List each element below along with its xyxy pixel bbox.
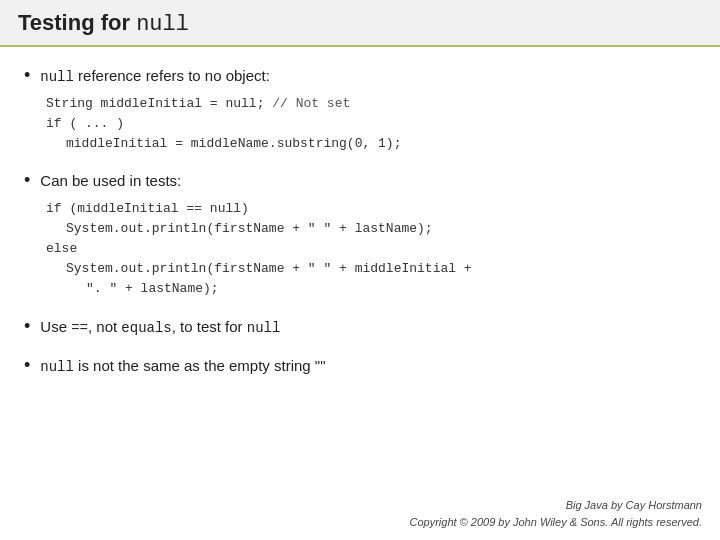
- bullet-text-2: Can be used in tests:: [40, 170, 181, 193]
- bullet-text-4: null is not the same as the empty string…: [40, 355, 325, 378]
- code-line-2-5: ". " + lastName);: [86, 279, 696, 299]
- title-keyword: null: [136, 12, 189, 37]
- bullet-icon-2: •: [24, 170, 30, 191]
- bullet1-text: reference refers to no object:: [74, 67, 270, 84]
- slide-content: • null reference refers to no object: St…: [0, 47, 720, 404]
- code-line-2-1: if (middleInitial == null): [46, 199, 696, 219]
- code-line-2-3: else: [46, 239, 696, 259]
- bullet-icon-4: •: [24, 355, 30, 376]
- bullet3-mono3: null: [247, 320, 281, 336]
- code-line-1-2: if ( ... ): [46, 114, 696, 134]
- bullet-section-2: • Can be used in tests: if (middleInitia…: [24, 170, 696, 299]
- bullet-icon-3: •: [24, 316, 30, 337]
- code-line-1-3: middleInitial = middleName.substring(0, …: [66, 134, 696, 154]
- bullet-section-1: • null reference refers to no object: St…: [24, 65, 696, 154]
- bullet3-mono1: ==: [71, 320, 88, 336]
- code-line-2-4: System.out.println(firstName + " " + mid…: [66, 259, 696, 279]
- bullet-icon-1: •: [24, 65, 30, 86]
- bullet1-mono: null: [40, 69, 74, 85]
- bullet-row-3: • Use ==, not equals, to test for null: [24, 316, 696, 339]
- code-line-2-2: System.out.println(firstName + " " + las…: [66, 219, 696, 239]
- code-block-1: String middleInitial = null; // Not set …: [46, 94, 696, 154]
- bullet3-mono2: equals: [121, 320, 171, 336]
- bullet-section-3: • Use ==, not equals, to test for null: [24, 316, 696, 339]
- slide-footer: Big Java by Cay Horstmann Copyright © 20…: [409, 497, 702, 530]
- footer-line1: Big Java by Cay Horstmann: [409, 497, 702, 514]
- slide-header: Testing for null: [0, 0, 720, 47]
- code-line-1-1: String middleInitial = null; // Not set: [46, 94, 696, 114]
- title-text-prefix: Testing for: [18, 10, 136, 35]
- slide-title: Testing for null: [18, 10, 702, 37]
- bullet4-mono: null: [40, 359, 74, 375]
- bullet-text-3: Use ==, not equals, to test for null: [40, 316, 280, 339]
- bullet-section-4: • null is not the same as the empty stri…: [24, 355, 696, 378]
- bullet-row-2: • Can be used in tests:: [24, 170, 696, 193]
- bullet-row-4: • null is not the same as the empty stri…: [24, 355, 696, 378]
- footer-line2: Copyright © 2009 by John Wiley & Sons. A…: [409, 514, 702, 531]
- bullet-row-1: • null reference refers to no object:: [24, 65, 696, 88]
- code-block-2: if (middleInitial == null) System.out.pr…: [46, 199, 696, 300]
- bullet-text-1: null reference refers to no object:: [40, 65, 270, 88]
